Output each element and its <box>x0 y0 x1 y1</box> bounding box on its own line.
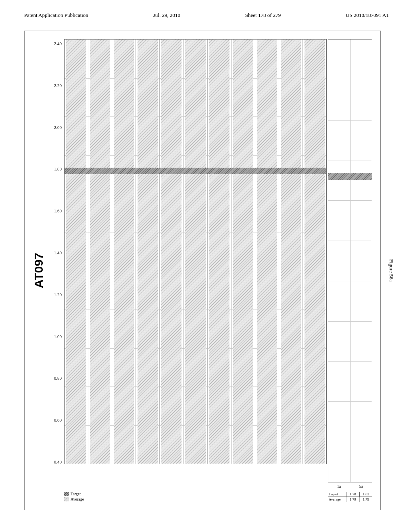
bar-col-7 <box>208 39 232 464</box>
y-label-1: 0.60 <box>49 418 62 422</box>
bar-col-4 <box>136 39 160 464</box>
y-label-8: 2.00 <box>49 125 62 130</box>
header-sheet-info: Sheet 178 of 279 <box>245 12 281 19</box>
legend-average-row: Average <box>64 497 327 501</box>
bar-col-5 <box>160 39 184 464</box>
y-axis: 0.40 0.60 0.80 1.00 1.20 1.40 1.60 1.80 … <box>49 39 64 488</box>
right-col-5a <box>350 39 372 482</box>
legend-target-box <box>64 492 69 496</box>
data-val-avg-5a: 1.79 <box>360 497 372 502</box>
right-plot <box>328 39 372 482</box>
x-labels <box>64 464 327 488</box>
bars-container: Set #1 <box>64 39 327 464</box>
figure-box: Figure 56a AT097 0.40 0.60 0.80 1.00 1.2… <box>24 31 381 510</box>
plot-and-right: Set #1 <box>64 39 372 488</box>
data-table-header: Target 1.78 1.82 <box>328 492 372 497</box>
col-header-5a: 5a <box>350 484 372 488</box>
data-table-avg: Average 1.79 1.79 <box>328 497 372 502</box>
bar-col-3 <box>112 39 136 464</box>
right-col-headers: 1a 5a <box>328 482 372 488</box>
header-date: Jul. 29, 2010 <box>153 12 180 19</box>
bar-col-11 <box>303 39 326 464</box>
y-label-0: 0.40 <box>49 459 62 464</box>
y-label-5: 1.40 <box>49 250 62 255</box>
y-label-10: 2.40 <box>49 41 62 46</box>
chart-id-label: AT097 <box>29 39 49 502</box>
bar-col-6 <box>184 39 207 464</box>
y-label-2: 0.80 <box>49 376 62 380</box>
bar-col-1: Set #1 <box>65 39 88 464</box>
y-label-7: 1.80 <box>49 166 62 171</box>
legend-target-row: Target <box>64 492 327 496</box>
chart-upper: 0.40 0.60 0.80 1.00 1.20 1.40 1.60 1.80 … <box>49 39 372 488</box>
data-val-target-5a: 1.82 <box>360 492 372 497</box>
y-label-9: 2.20 <box>49 83 62 88</box>
y-label-6: 1.60 <box>49 208 62 213</box>
bar-col-9 <box>255 39 279 464</box>
col-header-1a: 1a <box>328 484 350 488</box>
header-publication: Patent Application Publication <box>24 12 88 19</box>
data-table: Target 1.78 1.82 Average 1.79 1.79 <box>328 492 372 502</box>
y-label-3: 1.00 <box>49 334 62 339</box>
right-panel: 1a 5a <box>328 39 372 488</box>
page: Patent Application Publication Jul. 29, … <box>0 0 413 532</box>
right-col-1a <box>328 39 350 482</box>
figure-label: Figure 56a <box>388 259 394 282</box>
data-val-avg-1a: 1.79 <box>346 497 359 502</box>
page-header: Patent Application Publication Jul. 29, … <box>0 0 413 23</box>
bar-col-2 <box>88 39 112 464</box>
bar-col-8 <box>232 39 255 464</box>
legend-average-label: Average <box>71 497 84 501</box>
chart-content: 0.40 0.60 0.80 1.00 1.20 1.40 1.60 1.80 … <box>49 39 372 502</box>
data-header-target: Target <box>328 492 346 497</box>
legend-average-box <box>64 497 69 501</box>
data-header-average: Average <box>328 497 346 502</box>
bottom-section: Target Average Target 1.78 1.82 <box>49 492 372 502</box>
y-label-4: 1.20 <box>49 292 62 297</box>
right-average-bar <box>328 173 372 180</box>
header-patent-number: US 2010/187091 A1 <box>346 12 389 19</box>
average-bar-overlay <box>65 168 326 174</box>
data-val-target-1a: 1.78 <box>346 492 359 497</box>
legend-target-label: Target <box>71 492 81 496</box>
plot-area: Set #1 <box>64 39 327 488</box>
legend-data: Target Average <box>64 492 327 502</box>
bar-col-10 <box>279 39 303 464</box>
